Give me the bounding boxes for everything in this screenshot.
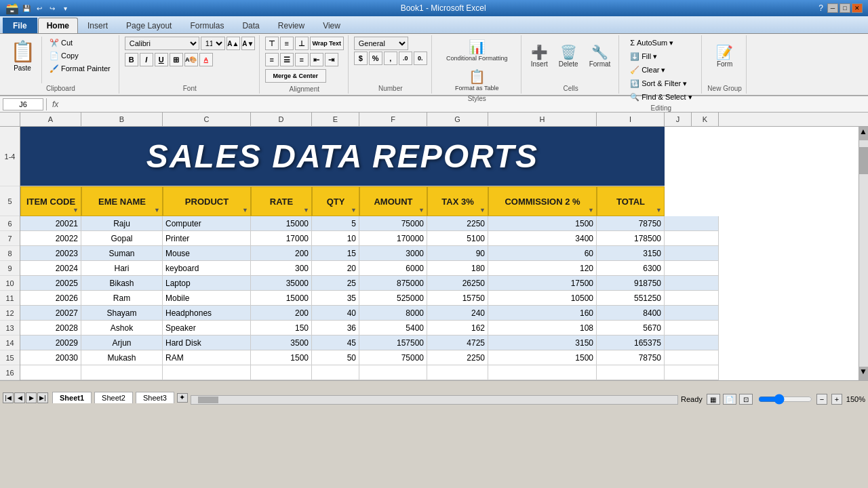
cell-7-qty[interactable]: 10 [312,231,359,246]
horizontal-scrollbar[interactable] [191,395,678,405]
percent-button[interactable]: % [369,52,382,65]
clear-button[interactable]: 🧹 Clear▾ [626,64,669,76]
header-item-code[interactable]: ITEM CODE ▼ [20,186,81,216]
cell-16-D[interactable] [251,365,312,380]
scroll-thumb-v[interactable] [859,147,868,174]
indent-decrease-button[interactable]: ⇤ [310,53,323,66]
cell-7-product[interactable]: Printer [163,231,251,246]
cell-6-tax[interactable]: 2250 [427,216,488,231]
dropdown-qty[interactable]: ▼ [351,207,357,214]
cell-10-item-code[interactable]: 20025 [20,276,81,291]
merge-center-button[interactable]: Merge & Center [265,69,326,83]
row-num-10[interactable]: 10 [0,276,20,291]
fill-color-button[interactable]: A🎨 [184,53,198,66]
cell-6-amount[interactable]: 75000 [359,216,427,231]
nav-next-btn[interactable]: ▶ [26,392,37,403]
customize-btn[interactable]: ▾ [60,3,71,14]
scroll-up-btn[interactable]: ▲ [859,127,868,140]
align-left-button[interactable]: ≡ [265,53,279,66]
wrap-text-button[interactable]: Wrap Text [310,37,344,50]
cell-16-E[interactable] [312,365,359,380]
header-amount[interactable]: AMOUNT ▼ [359,186,427,216]
increase-font-button[interactable]: A▲ [226,37,240,50]
cut-button[interactable]: ✂️ Cut [45,37,115,49]
cell-6-total[interactable]: 78750 [597,216,665,231]
cell-10-total[interactable]: 918750 [597,276,665,291]
italic-button[interactable]: I [140,53,153,66]
row-num-16[interactable]: 16 [0,365,20,380]
number-format-select[interactable]: General [354,37,408,50]
sheet-tab-1[interactable]: Sheet1 [52,392,92,403]
header-rate[interactable]: RATE ▼ [251,186,312,216]
cell-13-rate[interactable]: 150 [251,321,312,336]
format-button[interactable]: 🔧 Format [585,37,615,75]
cell-8-commission[interactable]: 60 [488,246,597,261]
insert-sheet-btn[interactable]: ✦ [177,393,188,403]
dropdown-item-code[interactable]: ▼ [73,207,79,214]
decrease-font-button[interactable]: A▼ [241,37,255,50]
col-header-I[interactable]: I [597,113,665,126]
cell-14-tax[interactable]: 4725 [427,336,488,350]
cell-10-commission[interactable]: 17500 [488,276,597,291]
cell-10-rate[interactable]: 35000 [251,276,312,291]
cell-10-name[interactable]: Bikash [81,276,163,291]
cell-10-qty[interactable]: 25 [312,276,359,291]
align-bottom-button[interactable]: ⊥ [295,37,309,50]
cell-6-name[interactable]: Raju [81,216,163,231]
cell-8-item-code[interactable]: 20023 [20,246,81,261]
font-color-button[interactable]: A [199,53,213,66]
font-size-select[interactable]: 11 [201,37,225,50]
restore-btn[interactable]: □ [840,3,850,13]
cell-11-qty[interactable]: 35 [312,291,359,306]
cell-8-extra[interactable] [665,246,719,261]
dropdown-eme-name[interactable]: ▼ [154,207,160,214]
row-num-14[interactable]: 14 [0,336,20,350]
tab-file[interactable]: File [3,18,37,33]
cell-12-extra[interactable] [665,306,719,321]
cell-14-total[interactable]: 165375 [597,336,665,350]
header-commission[interactable]: COMMISSION 2 % ▼ [488,186,597,216]
row-num-13[interactable]: 13 [0,321,20,336]
cell-11-rate[interactable]: 15000 [251,291,312,306]
cell-14-commission[interactable]: 3150 [488,336,597,350]
autosum-button[interactable]: Σ AutoSum▾ [626,37,677,49]
align-middle-button[interactable]: ≡ [280,37,294,50]
header-qty[interactable]: QTY ▼ [312,186,359,216]
dropdown-total[interactable]: ▼ [656,207,662,214]
cell-14-product[interactable]: Hard Disk [163,336,251,350]
row-num-12[interactable]: 12 [0,306,20,321]
cell-7-total[interactable]: 178500 [597,231,665,246]
cell-11-amount[interactable]: 525000 [359,291,427,306]
cell-16-G[interactable] [427,365,488,380]
indent-increase-button[interactable]: ⇥ [325,53,338,66]
cell-14-extra[interactable] [665,336,719,350]
form-button[interactable]: 📝 Form [712,37,737,75]
cell-10-product[interactable]: Laptop [163,276,251,291]
cell-14-name[interactable]: Arjun [81,336,163,350]
save-btn[interactable]: 💾 [21,3,32,14]
align-center-button[interactable]: ☰ [280,53,294,66]
cell-16-F[interactable] [359,365,427,380]
cell-6-product[interactable]: Computer [163,216,251,231]
cell-13-product[interactable]: Speaker [163,321,251,336]
align-top-button[interactable]: ⊤ [265,37,279,50]
paste-button[interactable]: 📋 Paste [7,37,38,75]
col-header-F[interactable]: F [359,113,427,126]
cell-13-total[interactable]: 5670 [597,321,665,336]
row-num-8[interactable]: 8 [0,246,20,261]
cell-15-name[interactable]: Mukash [81,350,163,365]
cell-14-rate[interactable]: 3500 [251,336,312,350]
page-break-view-btn[interactable]: ⊡ [739,394,753,405]
cell-12-tax[interactable]: 240 [427,306,488,321]
cell-11-extra[interactable] [665,291,719,306]
cell-16-J[interactable] [665,365,719,380]
cell-11-name[interactable]: Ram [81,291,163,306]
header-total[interactable]: TOTAL ▼ [597,186,665,216]
cell-8-product[interactable]: Mouse [163,246,251,261]
cell-9-name[interactable]: Hari [81,261,163,276]
cell-15-total[interactable]: 78750 [597,350,665,365]
redo-btn[interactable]: ↪ [47,3,58,14]
cell-10-extra[interactable] [665,276,719,291]
cell-8-name[interactable]: Suman [81,246,163,261]
cell-12-item-code[interactable]: 20027 [20,306,81,321]
